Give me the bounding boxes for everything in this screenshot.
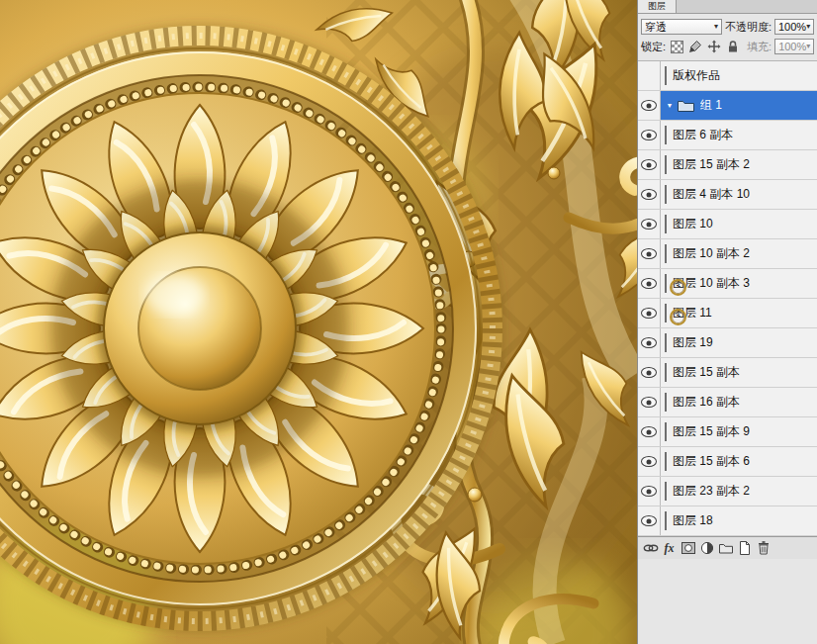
layer-visibility-eye-icon[interactable] <box>641 159 657 170</box>
layer-visibility-eye-icon[interactable] <box>641 397 657 408</box>
layer-visibility-eye-icon[interactable] <box>641 219 657 230</box>
layer-name[interactable]: 图层 6 副本 <box>673 127 733 143</box>
layer-row[interactable]: 图层 6 副本 <box>638 121 817 150</box>
layer-row[interactable]: 图层 15 副本 9 <box>638 417 817 447</box>
layer-thumbnail[interactable] <box>665 511 667 530</box>
layer-thumbnail[interactable] <box>665 185 667 204</box>
layer-row[interactable]: 图层 10 副本 3 <box>638 269 817 299</box>
layer-name[interactable]: 图层 15 副本 <box>673 364 740 381</box>
blend-mode-dropdown[interactable]: 穿透 ▾ <box>641 19 722 35</box>
layer-name[interactable]: 组 1 <box>700 97 722 114</box>
layer-thumbnail[interactable] <box>665 393 667 412</box>
layer-row[interactable]: 图层 15 副本 <box>638 358 817 388</box>
layer-visibility-toggle[interactable] <box>638 180 661 209</box>
layer-thumbnail[interactable] <box>665 66 667 85</box>
layer-visibility-toggle[interactable] <box>638 299 661 327</box>
lock-transparent-pixels-icon[interactable] <box>669 40 684 54</box>
layer-visibility-toggle[interactable] <box>638 210 661 238</box>
lock-label: 锁定: <box>641 40 666 54</box>
layer-row[interactable]: 图层 15 副本 2 <box>638 150 817 180</box>
layer-visibility-toggle[interactable] <box>638 506 661 535</box>
layer-visibility-eye-icon[interactable] <box>641 100 657 111</box>
layer-row[interactable]: ▼ 组 1 <box>638 91 817 121</box>
layer-row[interactable]: 图层 16 副本 <box>638 388 817 417</box>
layer-name[interactable]: 图层 15 副本 9 <box>673 423 750 440</box>
fill-value: 100% <box>778 41 806 52</box>
layer-visibility-eye-icon[interactable] <box>641 456 657 467</box>
layer-visibility-eye-icon[interactable] <box>641 515 657 526</box>
add-layer-style-fx-icon[interactable]: fx <box>661 540 678 557</box>
new-group-folder-icon[interactable] <box>717 540 734 557</box>
layer-name[interactable]: 图层 15 副本 6 <box>673 453 750 470</box>
layer-visibility-eye-icon[interactable] <box>641 367 657 378</box>
layer-visibility-toggle[interactable] <box>638 328 661 357</box>
delete-layer-trash-icon[interactable] <box>755 540 772 557</box>
layer-name[interactable]: 图层 15 副本 2 <box>673 156 750 173</box>
layer-visibility-eye-icon[interactable] <box>641 130 657 140</box>
lock-buttons <box>669 40 741 54</box>
layer-thumbnail[interactable] <box>665 482 667 501</box>
layer-visibility-toggle[interactable] <box>638 61 661 90</box>
layer-row[interactable]: 图层 11 <box>638 299 817 328</box>
add-layer-mask-icon[interactable] <box>680 540 696 557</box>
layer-name[interactable]: 图层 19 <box>673 334 713 351</box>
layer-visibility-toggle[interactable] <box>638 269 661 298</box>
layer-visibility-eye-icon[interactable] <box>641 278 657 289</box>
document-canvas[interactable] <box>0 0 637 644</box>
layer-thumbnail[interactable] <box>665 333 667 352</box>
layer-name[interactable]: 图层 4 副本 10 <box>673 186 750 203</box>
layer-visibility-toggle[interactable] <box>638 121 661 149</box>
layer-row[interactable]: 图层 18 <box>638 506 817 536</box>
layer-visibility-toggle[interactable] <box>638 388 661 416</box>
layer-visibility-toggle[interactable] <box>638 447 661 476</box>
layer-visibility-toggle[interactable] <box>638 417 661 446</box>
layer-row[interactable]: 图层 4 副本 10 <box>638 180 817 210</box>
layer-visibility-eye-icon[interactable] <box>641 486 657 497</box>
fill-value-box[interactable]: 100% ▾ <box>774 39 814 54</box>
chevron-down-icon: ▾ <box>806 43 810 50</box>
layer-thumbnail[interactable] <box>665 244 667 263</box>
lock-position-move-icon[interactable] <box>706 40 722 54</box>
layer-row[interactable]: 图层 10 副本 2 <box>638 239 817 269</box>
link-layers-icon[interactable] <box>642 540 659 557</box>
new-layer-icon[interactable] <box>736 540 753 557</box>
layer-row[interactable]: 图层 23 副本 2 <box>638 477 817 506</box>
layer-visibility-toggle[interactable] <box>638 239 661 268</box>
lock-all-padlock-icon[interactable] <box>725 40 741 54</box>
layer-row[interactable]: 版权作品 <box>638 61 817 91</box>
blend-mode-value: 穿透 <box>645 20 667 35</box>
chevron-down-icon: ▾ <box>714 23 718 31</box>
layer-name[interactable]: 图层 10 副本 2 <box>673 245 750 262</box>
layer-visibility-eye-icon[interactable] <box>641 337 657 348</box>
layer-visibility-toggle[interactable] <box>638 358 661 387</box>
layer-thumbnail[interactable] <box>665 126 667 144</box>
opacity-value-box[interactable]: 100% ▾ <box>774 19 814 35</box>
layer-thumbnail[interactable] <box>665 155 667 174</box>
layer-visibility-eye-icon[interactable] <box>641 248 657 259</box>
layer-visibility-eye-icon[interactable] <box>641 189 657 200</box>
fill-label: 填充: <box>747 40 772 54</box>
layer-name[interactable]: 图层 23 副本 2 <box>673 483 750 500</box>
layer-name[interactable]: 图层 16 副本 <box>673 394 740 411</box>
layer-thumbnail[interactable] <box>665 274 667 293</box>
layer-visibility-toggle[interactable] <box>638 477 661 506</box>
layer-visibility-toggle[interactable] <box>638 91 661 120</box>
layer-thumbnail[interactable] <box>665 304 667 322</box>
layer-visibility-eye-icon[interactable] <box>641 426 657 437</box>
layer-thumbnail[interactable] <box>665 215 667 233</box>
layer-name[interactable]: 图层 18 <box>673 512 713 529</box>
layer-thumbnail[interactable] <box>665 363 667 382</box>
layer-row[interactable]: 图层 19 <box>638 328 817 358</box>
layer-visibility-toggle[interactable] <box>638 150 661 179</box>
layer-visibility-eye-icon[interactable] <box>641 308 657 319</box>
layer-thumbnail[interactable] <box>665 422 667 441</box>
layer-row[interactable]: 图层 15 副本 6 <box>638 447 817 477</box>
new-adjustment-layer-icon[interactable] <box>698 540 715 557</box>
layer-row[interactable]: 图层 10 <box>638 210 817 239</box>
layer-thumbnail[interactable] <box>665 452 667 471</box>
lock-image-pixels-brush-icon[interactable] <box>687 40 703 54</box>
layer-name[interactable]: 图层 10 <box>673 216 713 232</box>
group-expand-arrow[interactable]: ▼ <box>665 102 675 109</box>
layer-name[interactable]: 版权作品 <box>673 67 720 84</box>
tab-layers[interactable]: 图层 <box>638 0 677 13</box>
